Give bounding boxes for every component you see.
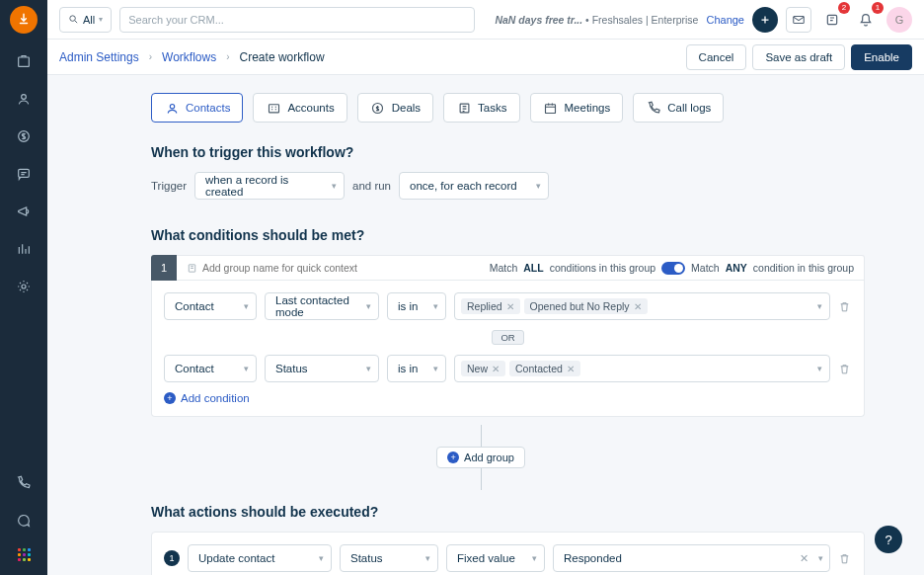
add-condition-link[interactable]: +Add condition — [164, 392, 852, 404]
app-logo[interactable] — [10, 6, 38, 34]
tasks-icon — [456, 100, 472, 116]
value-mode-select[interactable]: Fixed value — [446, 544, 545, 572]
svg-rect-12 — [546, 104, 556, 113]
trigger-freq-select[interactable]: once, for each record — [399, 172, 549, 200]
svg-point-5 — [70, 16, 76, 22]
calllogs-icon — [646, 100, 661, 116]
enable-button[interactable]: Enable — [851, 44, 912, 70]
svg-point-4 — [22, 285, 26, 288]
action-row: 1 Update contact Status Fixed value Resp… — [164, 544, 852, 572]
andrun-label: and run — [352, 180, 391, 192]
nav-settings-icon[interactable] — [14, 277, 34, 296]
nav-campaigns-icon[interactable] — [14, 202, 34, 221]
user-avatar[interactable]: G — [886, 7, 912, 33]
nav-reports-icon[interactable] — [14, 239, 34, 259]
delete-condition-icon[interactable] — [838, 363, 852, 375]
condition-row: Contact Last contacted mode is in Replie… — [164, 292, 852, 320]
group-header: Match ALL conditions in this group Match… — [177, 255, 865, 281]
global-search-input[interactable] — [119, 7, 475, 33]
tab-meetings[interactable]: Meetings — [530, 93, 624, 123]
chip-remove-icon[interactable]: ✕ — [506, 301, 514, 312]
crumb-admin-settings[interactable]: Admin Settings — [59, 50, 139, 64]
entity-tabs: Contacts Accounts Deals Tasks Meetings C… — [151, 93, 865, 123]
action-number: 1 — [164, 550, 180, 566]
trigger-title: When to trigger this workflow? — [151, 144, 865, 160]
delete-condition-icon[interactable] — [838, 300, 852, 313]
dropdown-caret-icon: ▾ — [818, 553, 823, 563]
clear-icon[interactable]: ✕ — [800, 552, 808, 565]
change-plan-link[interactable]: Change — [706, 14, 744, 26]
mail-icon[interactable] — [786, 7, 811, 33]
cancel-button[interactable]: Cancel — [686, 44, 747, 70]
add-group-button[interactable]: +Add group — [436, 447, 525, 468]
nav-conversations-icon[interactable] — [14, 164, 34, 184]
field-select[interactable]: Status — [265, 355, 379, 382]
nav-chat-icon[interactable] — [14, 511, 34, 531]
crumb-workflows[interactable]: Workflows — [162, 50, 216, 64]
chevron-icon: › — [149, 51, 152, 62]
entity-select[interactable]: Contact — [164, 355, 257, 382]
condition-group-body: Contact Last contacted mode is in Replie… — [151, 281, 865, 417]
entity-select[interactable]: Contact — [164, 292, 257, 320]
group-name-input[interactable] — [202, 262, 490, 274]
chevron-icon: › — [226, 51, 229, 62]
field-select[interactable]: Last contacted mode — [265, 292, 379, 320]
value-input[interactable]: Replied✕ Opened but No Reply✕ — [454, 292, 830, 320]
nav-deals-icon[interactable] — [14, 126, 34, 146]
accounts-icon — [266, 100, 281, 116]
save-draft-button[interactable]: Save as draft — [752, 44, 845, 70]
contact-icon — [164, 100, 180, 116]
nav-contacts-icon[interactable] — [14, 89, 34, 109]
svg-point-1 — [22, 95, 27, 100]
group-connector: +Add group — [97, 425, 865, 490]
nav-apps-icon[interactable] — [18, 548, 31, 561]
crumb-current: Create workflow — [240, 50, 325, 64]
value-input[interactable]: New✕ Contacted✕ — [454, 355, 830, 382]
content-area: All ▾ NaN days free tr... • Freshsales |… — [47, 0, 924, 575]
main-panel: Contacts Accounts Deals Tasks Meetings C… — [47, 75, 924, 575]
quick-add-button[interactable] — [752, 7, 778, 33]
trigger-event-select[interactable]: when a record is created — [194, 172, 345, 200]
breadcrumb-bar: Admin Settings › Workflows › Create work… — [47, 40, 924, 75]
action-type-select[interactable]: Update contact — [188, 544, 332, 572]
condition-row: Contact Status is in New✕ Contacted✕ — [164, 355, 852, 382]
bell-badge: 1 — [872, 2, 884, 14]
notifications-icon[interactable]: 2 — [819, 7, 845, 33]
side-rail — [0, 0, 47, 575]
tab-call-logs[interactable]: Call logs — [633, 93, 724, 123]
trigger-label: Trigger — [151, 180, 187, 192]
bell-icon[interactable]: 1 — [853, 7, 879, 33]
nav-accounts-icon[interactable] — [14, 51, 34, 71]
match-toggle[interactable] — [661, 262, 685, 275]
svg-rect-3 — [19, 169, 30, 177]
trial-info: NaN days free tr... • Freshsales | Enter… — [495, 14, 698, 26]
svg-point-8 — [170, 104, 174, 108]
top-bar: All ▾ NaN days free tr... • Freshsales |… — [47, 0, 924, 40]
svg-rect-0 — [19, 57, 30, 66]
operator-select[interactable]: is in — [387, 292, 446, 320]
tab-accounts[interactable]: Accounts — [253, 93, 346, 123]
search-filter[interactable]: All ▾ — [59, 7, 112, 33]
chip-remove-icon[interactable]: ✕ — [567, 364, 575, 374]
chip-remove-icon[interactable]: ✕ — [492, 364, 500, 374]
tab-tasks[interactable]: Tasks — [443, 93, 519, 123]
operator-select[interactable]: is in — [387, 355, 446, 382]
actions-body: 1 Update contact Status Fixed value Resp… — [151, 532, 865, 575]
svg-rect-7 — [827, 15, 836, 24]
action-field-select[interactable]: Status — [340, 544, 438, 572]
tab-deals[interactable]: Deals — [357, 93, 433, 123]
conditions-title: What conditions should be met? — [151, 227, 865, 243]
svg-rect-9 — [269, 104, 278, 112]
nav-phone-icon[interactable] — [14, 473, 34, 493]
group-number: 1 — [151, 255, 177, 281]
chip-remove-icon[interactable]: ✕ — [634, 301, 642, 312]
value-input[interactable]: Responded ✕ ▾ — [553, 544, 830, 572]
actions-title: What actions should be executed? — [151, 504, 865, 520]
help-button[interactable]: ? — [875, 526, 902, 553]
deals-icon — [370, 100, 386, 116]
notification-badge: 2 — [838, 2, 850, 14]
delete-action-icon[interactable] — [838, 552, 852, 565]
tab-contacts[interactable]: Contacts — [151, 93, 243, 123]
meetings-icon — [543, 100, 559, 116]
or-separator: OR — [164, 330, 852, 345]
